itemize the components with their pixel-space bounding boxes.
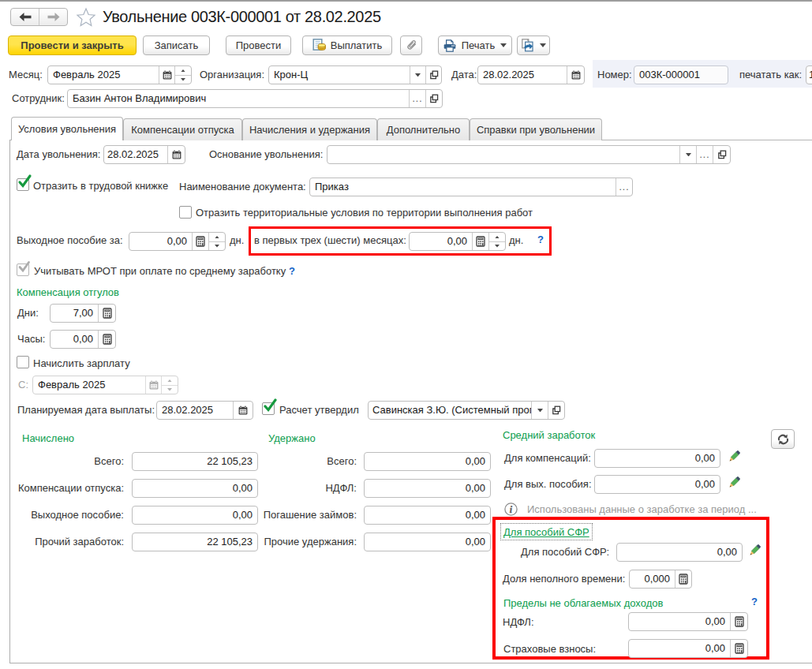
svg-text:i: i [510, 504, 513, 515]
